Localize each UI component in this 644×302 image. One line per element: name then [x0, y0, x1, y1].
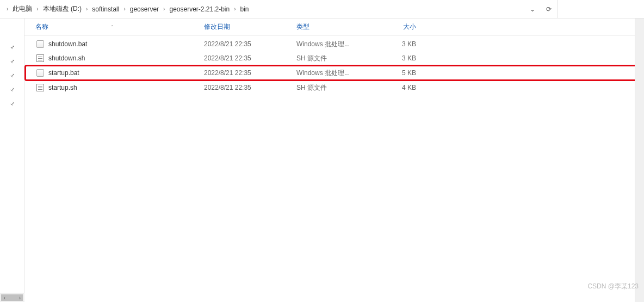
sort-indicator-icon: ⌃	[110, 24, 114, 29]
file-date: 2022/8/21 22:35	[204, 54, 296, 62]
pin-icon[interactable]	[0, 69, 24, 83]
column-label: 修改日期	[204, 22, 230, 32]
file-row[interactable]: shutdown.bat2022/8/21 22:35Windows 批处理..…	[24, 37, 644, 51]
horizontal-scrollbar[interactable]: ‹ ›	[0, 293, 24, 302]
file-type: SH 源文件	[296, 83, 373, 93]
column-label: 名称	[35, 22, 48, 32]
file-date: 2022/8/21 22:35	[204, 69, 296, 77]
chevron-right-icon[interactable]: ›	[161, 6, 167, 12]
quick-access-sidebar	[0, 19, 24, 302]
file-date: 2022/8/21 22:35	[204, 84, 296, 91]
chevron-right-icon[interactable]: ›	[4, 6, 10, 12]
pin-icon[interactable]	[0, 83, 24, 97]
chevron-right-icon[interactable]: ›	[232, 6, 238, 12]
column-headers: 名称 ⌃ 修改日期 类型 大小	[24, 19, 644, 36]
file-size: 4 KB	[373, 84, 416, 91]
file-name: startup.bat	[48, 69, 204, 77]
file-type: SH 源文件	[296, 54, 373, 63]
file-type: Windows 批处理...	[296, 69, 373, 78]
file-type: Windows 批处理...	[296, 40, 373, 49]
refresh-button[interactable]: ⟳	[541, 0, 557, 18]
pin-icon[interactable]	[0, 54, 24, 69]
file-type-icon	[35, 68, 45, 78]
file-type-icon	[35, 53, 45, 63]
chevron-right-icon[interactable]: ›	[34, 6, 40, 12]
file-row[interactable]: shutdown.sh2022/8/21 22:35SH 源文件3 KB	[24, 51, 644, 65]
file-type-icon	[35, 83, 45, 93]
breadcrumb-item[interactable]: 此电脑	[10, 0, 34, 18]
scroll-right-icon[interactable]: ›	[15, 293, 24, 303]
column-label: 大小	[403, 22, 416, 32]
breadcrumb-item[interactable]: geoserver	[128, 0, 161, 18]
file-name: shutdown.bat	[48, 40, 204, 48]
search-input[interactable]	[557, 0, 644, 19]
file-name: shutdown.sh	[48, 54, 204, 62]
file-name: startup.sh	[48, 84, 204, 91]
address-bar: › 此电脑 › 本地磁盘 (D:) › softinstall › geoser…	[0, 0, 644, 19]
breadcrumb-item[interactable]: bin	[238, 0, 251, 18]
chevron-right-icon[interactable]: ›	[84, 6, 90, 12]
vertical-scrollbar[interactable]	[635, 19, 644, 302]
column-header-name[interactable]: 名称 ⌃	[35, 22, 204, 32]
file-date: 2022/8/21 22:35	[204, 40, 296, 48]
scroll-left-icon[interactable]: ‹	[0, 293, 9, 303]
content-area: 名称 ⌃ 修改日期 类型 大小 shutdown.bat2022/8/21 22…	[0, 19, 644, 302]
file-list: shutdown.bat2022/8/21 22:35Windows 批处理..…	[24, 36, 644, 95]
history-dropdown-button[interactable]: ⌄	[524, 0, 541, 18]
file-row[interactable]: startup.bat2022/8/21 22:35Windows 批处理...…	[24, 65, 644, 81]
file-type-icon	[35, 39, 45, 49]
file-size: 3 KB	[373, 40, 416, 48]
address-controls: ⌄ ⟳	[524, 0, 557, 18]
file-row[interactable]: startup.sh2022/8/21 22:35SH 源文件4 KB	[24, 81, 644, 95]
pin-icon[interactable]	[0, 40, 24, 54]
file-list-area: 名称 ⌃ 修改日期 类型 大小 shutdown.bat2022/8/21 22…	[24, 19, 644, 302]
column-label: 类型	[296, 22, 309, 32]
file-size: 5 KB	[373, 69, 416, 77]
column-header-size[interactable]: 大小	[373, 22, 416, 32]
pin-icon[interactable]	[0, 97, 24, 111]
breadcrumb-item[interactable]: geoserver-2.21.2-bin	[167, 0, 232, 18]
column-header-type[interactable]: 类型	[296, 22, 373, 32]
breadcrumb-item[interactable]: 本地磁盘 (D:)	[41, 0, 84, 18]
watermark-text: CSDN @李某123	[587, 282, 639, 291]
chevron-right-icon[interactable]: ›	[121, 6, 127, 12]
column-header-date[interactable]: 修改日期	[204, 22, 296, 32]
breadcrumb[interactable]: › 此电脑 › 本地磁盘 (D:) › softinstall › geoser…	[0, 0, 524, 18]
breadcrumb-item[interactable]: softinstall	[90, 0, 121, 18]
file-size: 3 KB	[373, 54, 416, 62]
